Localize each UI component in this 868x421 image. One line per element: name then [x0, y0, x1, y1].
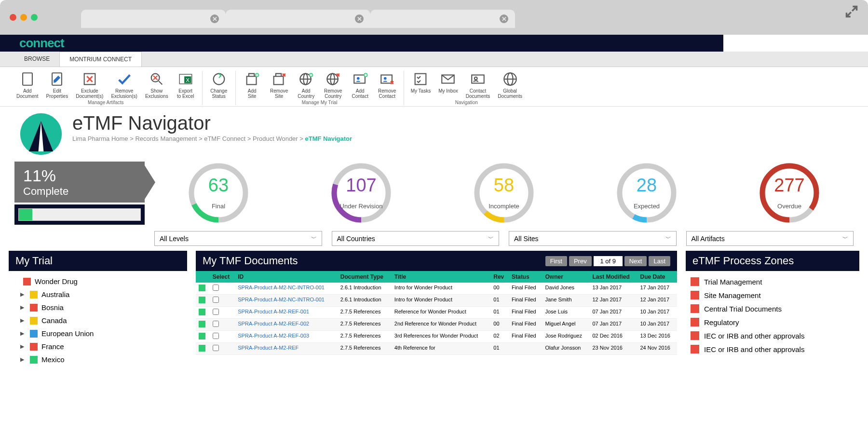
- doc-id[interactable]: SPRA-Product A-M2-NC-INTRO-001: [235, 295, 337, 307]
- zone-item[interactable]: Central Trial Documents: [691, 302, 854, 315]
- expand-arrow-icon[interactable]: ▶: [20, 330, 26, 337]
- ribbon-globe-button[interactable]: GlobalDocuments: [494, 71, 526, 99]
- minimize-dot-icon[interactable]: [20, 14, 27, 21]
- column-header[interactable]: Rev: [490, 271, 509, 283]
- column-header[interactable]: [196, 271, 210, 283]
- ribbon-contact-remove-button[interactable]: RemoveContact: [374, 71, 401, 99]
- filter-select[interactable]: All Countries ﹀: [332, 231, 500, 246]
- expand-arrow-icon[interactable]: ▶: [20, 343, 26, 350]
- gauge-under-revision[interactable]: 107 Under Revision: [330, 162, 393, 224]
- nav-tab[interactable]: MONTRIUM CONNECT: [59, 52, 142, 67]
- ribbon-contact-add-button[interactable]: AddContact: [347, 71, 374, 99]
- row-checkbox[interactable]: [213, 297, 219, 303]
- expand-arrow-icon[interactable]: ▶: [20, 356, 26, 363]
- doc-id[interactable]: SPRA-Product A-M2-NC-INTRO-001: [235, 283, 337, 295]
- check-icon: [116, 71, 133, 87]
- maximize-dot-icon[interactable]: [31, 14, 38, 21]
- breadcrumb-item[interactable]: Lima Pharma Home: [72, 135, 128, 142]
- ribbon-inbox-button[interactable]: My Inbox: [434, 71, 462, 99]
- row-checkbox[interactable]: [213, 345, 219, 351]
- ribbon-contact-docs-button[interactable]: ContactDocuments: [462, 71, 494, 99]
- breadcrumb-item[interactable]: Product Wonder: [253, 135, 298, 142]
- pager-prev-button[interactable]: Prev: [569, 256, 592, 266]
- tab-close-icon[interactable]: ✕: [210, 14, 219, 23]
- column-header[interactable]: Select: [210, 271, 235, 283]
- zone-item[interactable]: Regulatory: [691, 315, 854, 329]
- table-row[interactable]: SPRA-Product A-M2-NC-INTRO-001 2.6.1 Int…: [196, 283, 677, 295]
- column-header[interactable]: Due Date: [637, 271, 677, 283]
- expand-arrow-icon[interactable]: ▶: [20, 317, 26, 324]
- gauge-incomplete[interactable]: 58 Incomplete: [473, 162, 535, 224]
- doc-id[interactable]: SPRA-Product A-M2-REF-001: [235, 307, 337, 319]
- ribbon-group-label: Manage My Trial: [302, 100, 338, 105]
- browser-tab[interactable]: ✕: [81, 10, 226, 28]
- gauge-overdue[interactable]: 277 Overdue: [758, 162, 821, 224]
- pager-page-input[interactable]: 1 of 9: [594, 256, 623, 266]
- filter-select[interactable]: All Sites ﹀: [509, 231, 677, 246]
- doc-id[interactable]: SPRA-Product A-M2-REF-003: [235, 331, 337, 343]
- ribbon-doc-add-button[interactable]: AddDocument: [13, 71, 42, 99]
- ribbon-check-button[interactable]: RemoveExclusion(s): [107, 71, 141, 99]
- ribbon-exclude-button[interactable]: ExcludeDocument(s): [72, 71, 107, 99]
- column-header[interactable]: Owner: [542, 271, 589, 283]
- doc-status: Final Filed: [509, 283, 542, 295]
- ribbon-refresh-button[interactable]: ChangeStatus: [205, 71, 232, 99]
- ribbon-globe-add-button[interactable]: AddCountry: [293, 71, 320, 99]
- ribbon-tasks-button[interactable]: My Tasks: [407, 71, 435, 99]
- close-dot-icon[interactable]: [10, 14, 16, 21]
- pager-first-button[interactable]: First: [545, 256, 567, 266]
- ribbon-site-remove-button[interactable]: RemoveSite: [266, 71, 293, 99]
- table-row[interactable]: SPRA-Product A-M2-REF-001 2.7.5 Referenc…: [196, 307, 677, 319]
- row-checkbox[interactable]: [213, 309, 219, 315]
- ribbon-site-add-button[interactable]: AddSite: [239, 71, 266, 99]
- zone-item[interactable]: Trial Management: [691, 275, 854, 288]
- ribbon-edit-button[interactable]: EditProperties: [42, 71, 72, 99]
- expand-icon[interactable]: [845, 5, 858, 18]
- tab-close-icon[interactable]: ✕: [500, 14, 508, 23]
- expand-arrow-icon[interactable]: ▶: [20, 291, 26, 298]
- tree-item[interactable]: ▶ Canada: [14, 314, 182, 327]
- filter-select[interactable]: All Levels ﹀: [154, 231, 322, 246]
- zone-item[interactable]: IEC or IRB and other approvals: [691, 329, 854, 342]
- ribbon-group: AddSite RemoveSite AddCountry RemoveCoun…: [236, 71, 404, 105]
- ribbon-globe-remove-button[interactable]: RemoveCountry: [320, 71, 347, 99]
- nav-tab[interactable]: BROWSE: [14, 52, 59, 67]
- gauge-final[interactable]: 63 Final: [187, 162, 250, 224]
- ribbon-label: AddDocument: [16, 88, 39, 99]
- pager-next-button[interactable]: Next: [624, 256, 647, 266]
- table-row[interactable]: SPRA-Product A-M2-REF-002 2.7.5 Referenc…: [196, 319, 677, 331]
- tree-root[interactable]: Wonder Drug: [14, 275, 182, 288]
- table-row[interactable]: SPRA-Product A-M2-NC-INTRO-001 2.6.1 Int…: [196, 295, 677, 307]
- column-header[interactable]: Document Type: [338, 271, 392, 283]
- table-row[interactable]: SPRA-Product A-M2-REF-003 2.7.5 Referenc…: [196, 331, 677, 343]
- column-header[interactable]: Last Modified: [589, 271, 637, 283]
- doc-id[interactable]: SPRA-Product A-M2-REF-002: [235, 319, 337, 331]
- browser-tab[interactable]: ✕: [226, 10, 370, 28]
- tab-close-icon[interactable]: ✕: [355, 14, 364, 23]
- zone-item[interactable]: IEC or IRB and other approvals: [691, 342, 854, 356]
- ribbon-search-button[interactable]: ShowExclusions: [141, 71, 172, 99]
- browser-chrome: ✕ ✕ ✕: [0, 0, 868, 35]
- filter-select[interactable]: All Artifacts ﹀: [686, 231, 854, 246]
- expand-arrow-icon[interactable]: ▶: [20, 304, 26, 311]
- row-checkbox[interactable]: [213, 333, 219, 339]
- tree-item[interactable]: ▶ Bosnia: [14, 301, 182, 314]
- column-header[interactable]: Title: [392, 271, 491, 283]
- column-header[interactable]: Status: [509, 271, 542, 283]
- column-header[interactable]: ID: [235, 271, 337, 283]
- pager-last-button[interactable]: Last: [649, 256, 670, 266]
- ribbon-excel-button[interactable]: X Exportto Excel: [172, 71, 199, 99]
- tree-item[interactable]: ▶ France: [14, 340, 182, 353]
- row-checkbox[interactable]: [213, 321, 219, 327]
- zone-item[interactable]: Site Management: [691, 288, 854, 302]
- breadcrumb-item[interactable]: eTMF Connect: [204, 135, 245, 142]
- tree-item[interactable]: ▶ Australia: [14, 288, 182, 301]
- gauge-expected[interactable]: 28 Expected: [615, 162, 678, 224]
- breadcrumb-item[interactable]: Records Management: [135, 135, 197, 142]
- tree-item[interactable]: ▶ European Union: [14, 327, 182, 340]
- browser-tab[interactable]: ✕: [370, 10, 515, 28]
- row-checkbox[interactable]: [213, 285, 219, 291]
- table-row[interactable]: SPRA-Product A-M2-REF 2.7.5 References 4…: [196, 343, 677, 355]
- doc-id[interactable]: SPRA-Product A-M2-REF: [235, 343, 337, 355]
- tree-item[interactable]: ▶ Mexico: [14, 353, 182, 366]
